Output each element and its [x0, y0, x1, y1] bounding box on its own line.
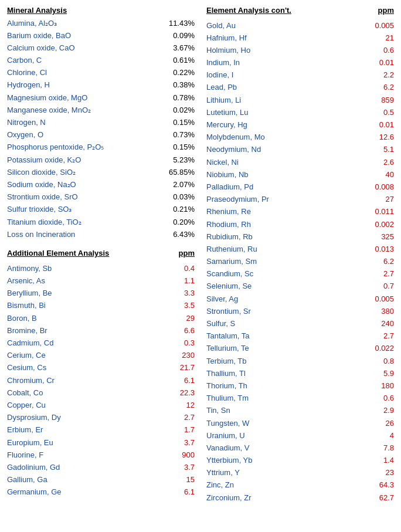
element-cont-title: Element Analysis con't.: [206, 6, 291, 15]
row-value: 0.3: [159, 338, 195, 348]
table-row: Hydrogen, H0.38%: [7, 79, 195, 92]
row-label: Loss on Incineration: [7, 229, 159, 240]
row-value: 0.002: [359, 219, 394, 230]
row-value: 0.5: [359, 107, 394, 118]
row-label: Niobium, Nb: [206, 170, 359, 180]
mineral-analysis-title: Mineral Analysis: [7, 6, 195, 15]
table-row: Tungsten, W26: [206, 417, 394, 429]
row-value: 0.22%: [159, 67, 195, 78]
table-row: Nitrogen, N0.15%: [7, 117, 195, 129]
row-value: 5.9: [359, 368, 394, 379]
table-row: Bromine, Br6.6: [7, 324, 195, 337]
table-row: Antimony, Sb0.4: [7, 262, 195, 275]
row-value: 65.85%: [159, 167, 195, 178]
table-row: Dysprosium, Dy2.7: [7, 412, 195, 424]
row-value: 62.7: [359, 493, 394, 503]
row-label: Vanadium, V: [206, 443, 359, 453]
row-label: Europium, Eu: [7, 438, 159, 448]
row-label: Silver, Ag: [206, 294, 359, 304]
table-row: Molybdenum, Mo12.6: [206, 131, 394, 144]
table-row: Samarium, Sm6.2: [206, 256, 394, 268]
row-label: Holmium, Ho: [206, 45, 359, 56]
table-row: Yttrium, Y23: [206, 467, 394, 479]
table-row: Thallium, Tl5.9: [206, 367, 394, 379]
row-label: Praseodymium, Pr: [206, 194, 359, 205]
table-row: Barium oxide, BaO0.09%: [7, 29, 195, 42]
row-label: Magnesium oxide, MgO: [7, 93, 159, 103]
row-value: 2.6: [359, 157, 394, 168]
table-row: Niobium, Nb40: [206, 168, 394, 181]
table-row: Sodium oxide, Na₂O2.07%: [7, 178, 195, 191]
table-row: Palladium, Pd0.008: [206, 181, 394, 193]
row-value: 29: [159, 313, 195, 324]
row-value: 40: [359, 170, 394, 180]
additional-rows: Antimony, Sb0.4Arsenic, As1.1Beryllium, …: [7, 262, 195, 499]
row-label: Cadmium, Cd: [7, 338, 159, 348]
table-row: Silicon dioxide, SiO₂65.85%: [7, 166, 195, 178]
row-value: 0.15%: [159, 117, 195, 128]
row-label: Carbon, C: [7, 55, 159, 66]
table-row: Gadolinium, Gd3.7: [7, 461, 195, 473]
element-cont-ppm-header: ppm: [359, 6, 394, 15]
row-value: 26: [359, 418, 394, 429]
element-cont-rows: Gold, Au0.005Hafnium, Hf21Holmium, Ho0.6…: [206, 19, 394, 504]
row-label: Yttrium, Y: [206, 467, 359, 478]
row-label: Molybdenum, Mo: [206, 132, 359, 143]
row-value: 0.09%: [159, 31, 195, 41]
mineral-analysis-section: Mineral Analysis Alumina, Al₂O₃11.43%Bar…: [7, 6, 195, 240]
row-label: Sulfur, S: [206, 318, 359, 329]
row-label: Calcium oxide, CaO: [7, 43, 159, 53]
table-row: Lead, Pb6.2: [206, 82, 394, 94]
row-value: 180: [359, 381, 394, 391]
table-row: Tellurium, Te0.022: [206, 343, 394, 355]
row-value: 3.67%: [159, 43, 195, 53]
table-row: Arsenic, As1.1: [7, 275, 195, 287]
row-label: Potassium oxide, K₂O: [7, 155, 159, 165]
row-value: 0.61%: [159, 55, 195, 66]
row-value: 0.008: [359, 182, 394, 192]
row-label: Terbium, Tb: [206, 356, 359, 367]
row-label: Zinc, Zn: [206, 480, 359, 490]
row-value: 6.6: [159, 326, 195, 336]
table-row: Vanadium, V7.8: [206, 442, 394, 454]
row-value: 0.38%: [159, 80, 195, 90]
table-row: Copper, Cu12: [7, 399, 195, 411]
row-label: Mercury, Hg: [206, 120, 359, 130]
row-label: Antimony, Sb: [7, 263, 159, 274]
row-value: 0.01: [359, 120, 394, 130]
table-row: Zirconium, Zr62.7: [206, 492, 394, 504]
table-row: Fluorine, F900: [7, 449, 195, 461]
additional-element-section: Additional Element Analysis ppm Antimony…: [7, 249, 195, 499]
row-label: Lutetium, Lu: [206, 107, 359, 118]
row-label: Thulium, Tm: [206, 393, 359, 404]
row-value: 2.2: [359, 70, 394, 80]
row-value: 325: [359, 232, 394, 242]
row-value: 7.8: [359, 443, 394, 453]
row-value: 3.7: [159, 438, 195, 448]
row-label: Lithium, Li: [206, 95, 359, 106]
table-row: Scandium, Sc2.7: [206, 268, 394, 280]
row-value: 3.3: [159, 288, 195, 299]
row-value: 0.8: [359, 356, 394, 367]
row-value: 0.005: [359, 21, 394, 31]
table-row: Bismuth, Bi3.5: [7, 300, 195, 312]
row-label: Gadolinium, Gd: [7, 462, 159, 473]
row-value: 1.7: [159, 425, 195, 435]
table-row: Tin, Sn2.9: [206, 405, 394, 417]
row-label: Rhenium, Re: [206, 206, 359, 217]
row-value: 2.7: [159, 412, 195, 423]
row-value: 2.07%: [159, 179, 195, 190]
row-label: Scandium, Sc: [206, 269, 359, 279]
row-label: Indium, In: [206, 57, 359, 68]
row-value: 0.73%: [159, 130, 195, 140]
table-row: Erbium, Er1.7: [7, 424, 195, 436]
row-label: Fluorine, F: [7, 450, 159, 460]
table-row: Boron, B29: [7, 312, 195, 324]
table-row: Alumina, Al₂O₃11.43%: [7, 17, 195, 29]
row-value: 4: [359, 431, 394, 441]
row-value: 0.20%: [159, 217, 195, 228]
row-value: 6.1: [159, 375, 195, 386]
table-row: Beryllium, Be3.3: [7, 287, 195, 300]
row-value: 6.1: [159, 487, 195, 497]
row-label: Bromine, Br: [7, 326, 159, 336]
